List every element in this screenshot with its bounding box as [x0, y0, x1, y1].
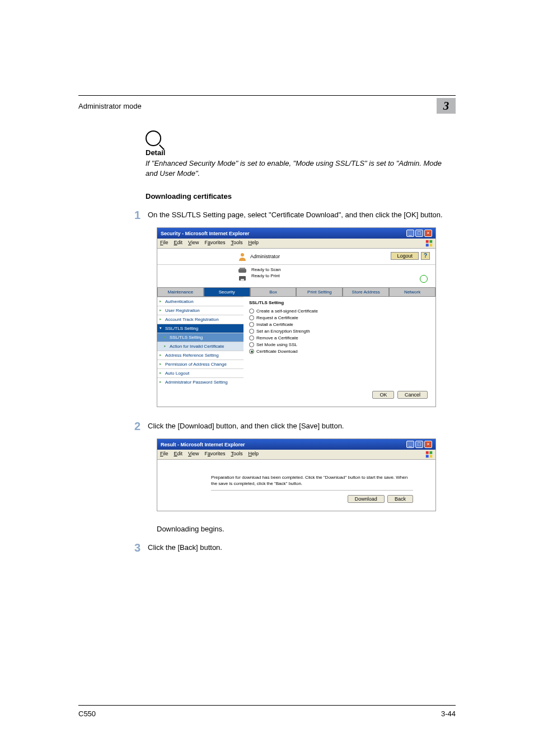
close-icon[interactable]: × — [424, 441, 432, 448]
footer-page: 3-44 — [441, 710, 456, 718]
detail-heading: Detail — [146, 148, 448, 157]
nav-authentication[interactable]: Authentication — [157, 297, 243, 306]
svg-rect-10 — [429, 451, 432, 454]
footer-model: C550 — [78, 710, 96, 718]
admin-label: Administrator — [250, 254, 280, 259]
ie-flag-icon — [425, 240, 433, 247]
tab-bar: Maintenance Security Box Print Setting S… — [157, 287, 435, 297]
cancel-button[interactable]: Cancel — [397, 391, 428, 399]
scanner-icon — [238, 267, 247, 274]
menu-edit[interactable]: Edit — [174, 451, 183, 458]
svg-rect-1 — [429, 240, 432, 243]
radio-cert-download[interactable]: Certificate Download — [249, 349, 430, 354]
downloading-begins: Downloading begins. — [157, 525, 456, 533]
nav-permission-address-change[interactable]: Permission of Address Change — [157, 360, 243, 368]
ok-button[interactable]: OK — [372, 391, 394, 399]
screenshot-ssl-setting: Security - Microsoft Internet Explorer _… — [157, 227, 436, 407]
radio-request-cert[interactable]: Request a Certificate — [249, 315, 430, 320]
detail-text: If "Enhanced Security Mode" is set to en… — [146, 158, 448, 178]
menu-help[interactable]: Help — [248, 240, 259, 247]
menu-help[interactable]: Help — [248, 451, 259, 458]
administrator-icon — [238, 252, 247, 261]
tab-network[interactable]: Network — [389, 287, 435, 297]
nav-user-registration[interactable]: User Registration — [157, 306, 243, 315]
maximize-icon[interactable]: □ — [415, 230, 423, 237]
nav-ssl-setting-sub[interactable]: SSL/TLS Setting — [157, 333, 243, 342]
nav-invalid-cert-action[interactable]: Action for Invalid Certificate — [157, 342, 243, 351]
running-header: Administrator mode — [78, 102, 437, 110]
window-title: Security - Microsoft Internet Explorer — [161, 231, 406, 236]
menu-view[interactable]: View — [188, 451, 199, 458]
back-button[interactable]: Back — [387, 495, 413, 503]
menu-favorites[interactable]: Favorites — [204, 240, 225, 247]
magnifier-icon — [146, 130, 161, 146]
svg-rect-8 — [241, 279, 244, 281]
nav-address-reference[interactable]: Address Reference Setting — [157, 351, 243, 360]
main-panel: SSL/TLS Setting Create a self-signed Cer… — [243, 297, 435, 386]
svg-rect-9 — [425, 451, 428, 454]
detail-callout: Detail If "Enhanced Security Mode" is se… — [146, 130, 448, 178]
step-text: On the SSL/TLS Setting page, select "Cer… — [148, 209, 443, 221]
menu-view[interactable]: View — [188, 240, 199, 247]
minimize-icon[interactable]: _ — [406, 230, 414, 237]
result-message: Preparation for download has been comple… — [211, 474, 413, 491]
nav-ssl-setting[interactable]: SSL/TLS Setting — [157, 324, 243, 333]
tab-maintenance[interactable]: Maintenance — [157, 287, 204, 297]
svg-rect-3 — [429, 244, 432, 246]
window-titlebar: Result - Microsoft Internet Explorer _ □… — [157, 439, 435, 450]
ie-flag-icon — [425, 451, 433, 458]
radio-remove-cert[interactable]: Remove a Certificate — [249, 335, 430, 340]
logout-button[interactable]: Logout — [391, 252, 419, 260]
step-text: Click the [Download] button, and then cl… — [148, 421, 344, 432]
window-title: Result - Microsoft Internet Explorer — [161, 442, 406, 447]
minimize-icon[interactable]: _ — [406, 441, 414, 448]
step-2: 2 Click the [Download] button, and then … — [134, 421, 448, 432]
maximize-icon[interactable]: □ — [415, 441, 423, 448]
svg-rect-11 — [425, 455, 428, 458]
step-number: 2 — [134, 421, 148, 432]
svg-rect-5 — [238, 269, 246, 273]
tab-store-address[interactable]: Store Address — [343, 287, 389, 297]
help-button[interactable]: ? — [421, 252, 430, 260]
chapter-number: 3 — [437, 98, 456, 114]
svg-rect-12 — [429, 455, 432, 458]
menu-tools[interactable]: Tools — [231, 451, 242, 458]
nav-admin-password[interactable]: Administrator Password Setting — [157, 377, 243, 386]
tab-security[interactable]: Security — [204, 287, 250, 297]
tab-box[interactable]: Box — [250, 287, 297, 297]
step-1: 1 On the SSL/TLS Setting page, select "C… — [134, 209, 448, 221]
sidebar-nav: Authentication User Registration Account… — [157, 297, 243, 386]
nav-auto-logout[interactable]: Auto Logout — [157, 368, 243, 377]
radio-encryption-strength[interactable]: Set an Encryption Strength — [249, 329, 430, 334]
svg-rect-0 — [425, 240, 428, 243]
step-text: Click the [Back] button. — [148, 542, 222, 553]
printer-icon — [238, 275, 247, 282]
step-3: 3 Click the [Back] button. — [134, 542, 448, 553]
menu-file[interactable]: File — [160, 240, 168, 247]
nav-account-track[interactable]: Account Track Registration — [157, 315, 243, 324]
menu-tools[interactable]: Tools — [231, 240, 242, 247]
window-titlebar: Security - Microsoft Internet Explorer _… — [157, 228, 435, 239]
step-number: 1 — [134, 209, 148, 221]
svg-rect-6 — [240, 268, 245, 269]
screenshot-result: Result - Microsoft Internet Explorer _ □… — [157, 438, 436, 511]
section-heading: Downloading certificates — [146, 192, 456, 200]
radio-install-cert[interactable]: Install a Certificate — [249, 322, 430, 327]
tab-print-setting[interactable]: Print Setting — [296, 287, 343, 297]
refresh-icon[interactable] — [420, 275, 428, 283]
radio-set-ssl-mode[interactable]: Set Mode using SSL — [249, 342, 430, 347]
menu-bar: File Edit View Favorites Tools Help — [157, 239, 435, 249]
menu-favorites[interactable]: Favorites — [204, 451, 225, 458]
radio-create-selfsigned[interactable]: Create a self-signed Certificate — [249, 309, 430, 314]
status-scan: Ready to Scan — [251, 267, 280, 272]
status-print: Ready to Print — [251, 273, 280, 278]
panel-title: SSL/TLS Setting — [249, 300, 430, 305]
menu-edit[interactable]: Edit — [174, 240, 183, 247]
close-icon[interactable]: × — [424, 230, 432, 237]
menu-bar: File Edit View Favorites Tools Help — [157, 450, 435, 460]
step-number: 3 — [134, 542, 148, 553]
svg-point-4 — [241, 253, 244, 256]
menu-file[interactable]: File — [160, 451, 168, 458]
download-button[interactable]: Download — [348, 495, 385, 503]
svg-rect-2 — [425, 244, 428, 246]
